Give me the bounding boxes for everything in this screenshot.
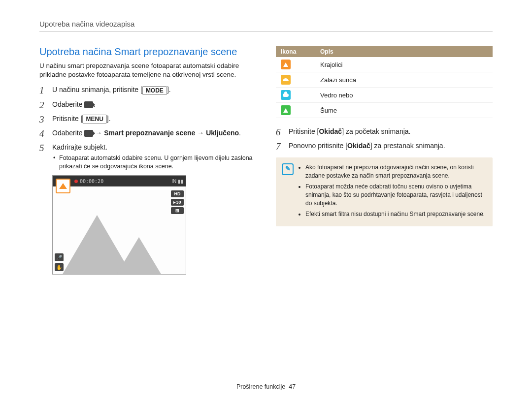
scene-icon-badge	[56, 179, 70, 193]
step-4: Odaberite → Smart prepoznavanje scene → …	[39, 128, 256, 138]
table-header-icon: Ikona	[276, 46, 315, 57]
info-icon: ✎	[282, 163, 294, 175]
scene-icons-table: Ikona Opis Krajolici Zalazi sunca	[276, 46, 493, 118]
step-1: U načinu snimanja, pritisnite [MODE].	[39, 85, 256, 94]
mountain-icon	[59, 183, 67, 189]
step-4-arrow-2: →	[195, 129, 206, 137]
table-header-desc: Opis	[315, 46, 493, 57]
mountains-illustration	[53, 210, 186, 274]
row-label: Krajolici	[315, 57, 493, 72]
step-1-text-b: .	[169, 86, 171, 93]
stabilizer-icon: ✋	[55, 263, 64, 271]
mode-button-badge: MODE	[142, 86, 167, 95]
forest-icon	[281, 105, 291, 115]
menu-button-badge: MENU	[82, 115, 106, 123]
video-mode-icon	[84, 101, 93, 108]
step-1-text-a: U načinu snimanja, pritisnite	[52, 86, 140, 93]
footer-page-number: 47	[289, 383, 296, 390]
step-7-a: Ponovno pritisnite [	[289, 142, 347, 150]
intro-text: U načinu smart prepoznavanja scene fotoa…	[39, 62, 256, 79]
step-2-text-a: Odaberite	[52, 100, 84, 108]
note-item: Ako fotoaparat ne prepozna odgovarajući …	[305, 163, 486, 181]
video-mode-icon-2	[84, 130, 93, 137]
note-box: ✎ Ako fotoaparat ne prepozna odgovarajuć…	[276, 157, 493, 226]
step-3: Pritisnite [MENU].	[39, 114, 256, 123]
camera-screen-mock: 00:00:20 IN ▮▮ HD ▸30 ⊞ 🎤 ✋	[52, 175, 186, 275]
footer-section: Proširene funkcije	[236, 383, 285, 390]
step-6-a: Pritisnite [	[289, 127, 319, 135]
table-row: Šume	[276, 103, 493, 118]
table-row: Zalazi sunca	[276, 72, 493, 88]
left-column: Upotreba načina Smart prepoznavanje scen…	[39, 46, 256, 275]
section-heading: Upotreba načina Smart prepoznavanje scen…	[39, 46, 256, 58]
step-6-c: ] za početak snimanja.	[342, 127, 410, 135]
step-7-c: ] za prestanak snimanja.	[370, 142, 445, 150]
step-4-text-a: Odaberite	[52, 129, 84, 137]
step-3-text-b: .	[109, 115, 111, 123]
battery-indicator: IN ▮▮	[171, 179, 184, 184]
landscape-icon	[281, 60, 291, 69]
step-7: Ponovno pritisnite [Okidač] za prestanak…	[276, 141, 493, 151]
row-label: Šume	[315, 103, 493, 118]
step-5-bullet: Fotoaparat automatski odabire scenu. U g…	[52, 154, 256, 171]
table-row: Krajolici	[276, 57, 493, 72]
step-7-shutter: Okidač	[347, 142, 370, 150]
steps-list-right: Pritisnite [Okidač] za početak snimanja.…	[276, 127, 493, 151]
timecode: 00:00:20	[80, 179, 103, 184]
step-6: Pritisnite [Okidač] za početak snimanja.	[276, 127, 493, 136]
step-5: Kadrirajte subjekt. Fotoaparat automatsk…	[39, 143, 256, 171]
step-2: Odaberite .	[39, 100, 256, 109]
row-label: Vedro nebo	[315, 88, 493, 103]
page-footer: Proširene funkcije 47	[0, 383, 532, 390]
note-item: Fotoaparat možda neće odabrati točnu sce…	[305, 183, 486, 208]
step-4-option: Smart prepoznavanje scene	[104, 129, 195, 137]
hd-badge: HD	[171, 190, 184, 197]
mic-icon: 🎤	[55, 253, 64, 261]
step-4-value: Uključeno	[206, 129, 239, 137]
row-label: Zalazi sunca	[315, 72, 493, 88]
screen-topbar: 00:00:20 IN ▮▮	[53, 176, 186, 186]
step-4-text-f: .	[239, 129, 241, 137]
sky-icon	[281, 90, 291, 100]
screen-left-badges: 🎤 ✋	[55, 253, 64, 271]
note-item: Efekti smart filtra nisu dostupni i nači…	[305, 210, 486, 218]
record-dot-icon	[74, 180, 78, 183]
step-6-shutter: Okidač	[319, 127, 342, 135]
step-5-text: Kadrirajte subjekt.	[52, 143, 107, 151]
sunset-icon	[281, 75, 291, 85]
table-row: Vedro nebo	[276, 88, 493, 103]
page-header: Upotreba načina videozapisa	[39, 20, 493, 31]
step-3-text-a: Pritisnite	[52, 115, 81, 123]
steps-list-left: U načinu snimanja, pritisnite [MODE]. Od…	[39, 85, 256, 170]
right-column: Ikona Opis Krajolici Zalazi sunca	[276, 46, 493, 275]
fps-badge: ▸30	[171, 199, 184, 206]
